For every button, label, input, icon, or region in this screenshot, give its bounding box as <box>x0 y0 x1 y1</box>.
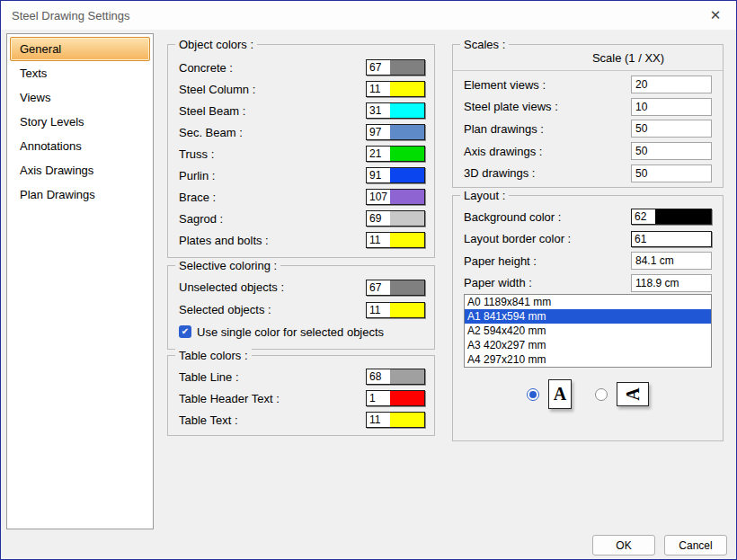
scale-column-header: Scale (1 / XX) <box>561 51 696 65</box>
landscape-radio[interactable] <box>595 388 608 401</box>
single-color-checkbox[interactable]: ✔ <box>179 325 191 338</box>
color-number: 11 <box>367 82 390 96</box>
color-swatch[interactable]: 107 <box>366 189 425 205</box>
element-views-input[interactable] <box>631 76 712 93</box>
color-row-unselected-objects: Unselected objects : 67 <box>168 276 434 298</box>
color-number: 11 <box>367 303 390 317</box>
color-swatch[interactable]: 61 <box>631 231 712 247</box>
color-number: 68 <box>367 369 390 384</box>
paper-size-item-a4[interactable]: A4 297x210 mm <box>465 352 711 367</box>
scales-title: Scales : <box>460 38 509 51</box>
row-label: Paper width : <box>464 276 532 289</box>
color-fill <box>390 60 424 75</box>
paper-height-input[interactable] <box>631 252 712 270</box>
scale-row-axis-drawings: Axis drawings : <box>453 140 723 163</box>
cancel-button[interactable]: Cancel <box>664 535 727 556</box>
portrait-a-glyph: A <box>554 384 566 404</box>
window-title: Steel Drawing Settings <box>12 9 700 22</box>
color-swatch[interactable]: 67 <box>366 59 425 76</box>
color-fill <box>390 190 424 204</box>
color-swatch[interactable]: 91 <box>366 167 425 183</box>
single-color-checkbox-label[interactable]: Use single color for selected objects <box>197 325 384 339</box>
color-row-background-color: Background color : 62 <box>453 206 723 228</box>
row-label: Truss : <box>179 147 214 161</box>
row-label: Axis drawings : <box>464 145 542 158</box>
paper-size-item-a1[interactable]: A1 841x594 mm <box>465 309 711 324</box>
color-swatch[interactable]: 11 <box>366 81 425 97</box>
row-label: Table Line : <box>179 370 239 384</box>
row-label: Steel Column : <box>179 83 255 96</box>
single-color-checkbox-row: ✔ Use single color for selected objects <box>168 321 434 342</box>
3d-drawings-input[interactable] <box>631 164 712 182</box>
scale-row-element-views: Element views : <box>453 74 723 96</box>
row-label: Sec. Beam : <box>179 126 243 139</box>
row-label: Sagrod : <box>179 212 223 226</box>
sidebar: General Texts Views Story Levels Annotat… <box>6 33 154 529</box>
color-swatch[interactable]: 69 <box>366 210 425 227</box>
color-swatch[interactable]: 62 <box>631 209 712 225</box>
ok-button[interactable]: OK <box>592 535 655 556</box>
color-row-plates-bolts: Plates and bolts : 11 <box>168 229 434 251</box>
color-fill <box>390 211 424 226</box>
color-number: 97 <box>367 125 390 139</box>
sidebar-item-general[interactable]: General <box>10 37 150 61</box>
color-fill <box>390 233 424 247</box>
color-swatch[interactable]: 1 <box>366 390 425 406</box>
close-icon[interactable]: ✕ <box>700 4 731 27</box>
plan-drawings-input[interactable] <box>631 120 712 138</box>
color-row-table-header-text: Table Header Text : 1 <box>168 387 434 409</box>
layout-title: Layout : <box>460 189 509 202</box>
color-fill <box>390 413 424 427</box>
sidebar-item-texts[interactable]: Texts <box>10 61 150 85</box>
paper-height-row: Paper height : <box>453 250 723 272</box>
orientation-row: A A <box>453 379 723 409</box>
color-fill <box>390 125 424 139</box>
color-row-truss: Truss : 21 <box>168 143 434 164</box>
row-label: Steel plate views : <box>464 100 558 113</box>
scale-header-separator <box>453 70 723 71</box>
color-number: 21 <box>367 147 390 161</box>
sidebar-item-annotations[interactable]: Annotations <box>10 134 150 158</box>
orientation-portrait-option[interactable]: A <box>527 379 572 409</box>
color-fill <box>655 232 711 246</box>
sidebar-item-views[interactable]: Views <box>10 85 150 110</box>
color-number: 61 <box>632 232 655 246</box>
steel-plate-views-input[interactable] <box>631 98 712 116</box>
sidebar-item-axis-drawings[interactable]: Axis Drawings <box>10 158 150 182</box>
sidebar-item-story-levels[interactable]: Story Levels <box>10 110 150 134</box>
paper-size-item-a0[interactable]: A0 1189x841 mm <box>465 295 711 309</box>
color-row-steel-beam: Steel Beam : 31 <box>168 100 434 121</box>
color-swatch[interactable]: 11 <box>366 302 425 318</box>
object-colors-group: Object colors : Concrete : 67 Steel Colu… <box>167 44 435 258</box>
table-colors-title: Table colors : <box>175 349 252 362</box>
paper-size-item-a2[interactable]: A2 594x420 mm <box>465 324 711 338</box>
color-row-selected-objects: Selected objects : 11 <box>168 298 434 321</box>
row-label: Selected objects : <box>179 303 271 316</box>
color-swatch[interactable]: 97 <box>366 124 425 140</box>
landscape-orientation-icon[interactable]: A <box>617 382 649 406</box>
color-swatch[interactable]: 31 <box>366 102 425 119</box>
row-label: Background color : <box>464 210 561 224</box>
paper-width-input[interactable] <box>631 274 712 292</box>
color-row-steel-column: Steel Column : 11 <box>168 78 434 100</box>
color-swatch[interactable]: 67 <box>366 280 425 296</box>
paper-size-item-a3[interactable]: A3 420x297 mm <box>465 338 711 352</box>
color-swatch[interactable]: 11 <box>366 232 425 248</box>
paper-size-listbox[interactable]: A0 1189x841 mm A1 841x594 mm A2 594x420 … <box>464 294 712 368</box>
axis-drawings-input[interactable] <box>631 142 712 160</box>
row-label: Plates and bolts : <box>179 234 269 247</box>
portrait-orientation-icon[interactable]: A <box>548 379 572 409</box>
color-swatch[interactable]: 21 <box>366 146 425 162</box>
color-row-layout-border-color: Layout border color : 61 <box>453 228 723 251</box>
color-row-sagrod: Sagrod : 69 <box>168 208 434 229</box>
color-swatch[interactable]: 11 <box>366 412 425 428</box>
row-label: Table Header Text : <box>179 392 280 405</box>
portrait-radio-dot <box>529 391 537 398</box>
scale-row-3d-drawings: 3D drawings : <box>453 162 723 184</box>
portrait-radio[interactable] <box>527 388 539 401</box>
sidebar-item-plan-drawings[interactable]: Plan Drawings <box>10 182 150 207</box>
row-label: Plan drawings : <box>464 122 544 136</box>
color-number: 31 <box>367 103 390 118</box>
color-swatch[interactable]: 68 <box>366 369 425 385</box>
orientation-landscape-option[interactable]: A <box>595 382 649 406</box>
